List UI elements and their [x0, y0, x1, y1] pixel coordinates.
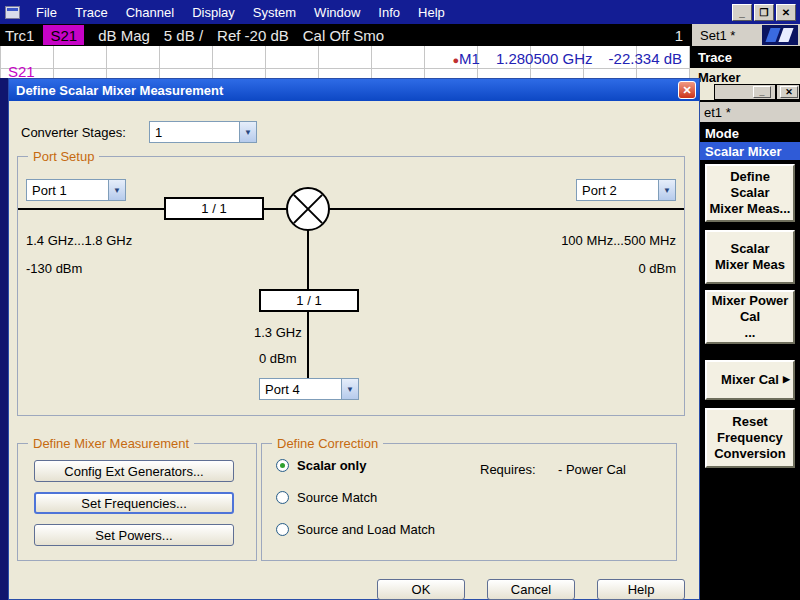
chevron-down-icon[interactable]: ▼	[108, 180, 125, 200]
trace-cal-state: Cal Off Smo	[303, 27, 384, 44]
channel-number: 1	[675, 27, 683, 44]
minimize-icon[interactable]: _	[732, 4, 752, 21]
close-icon[interactable]: ✕	[678, 81, 696, 99]
recall-set-label-partial: et1 *	[700, 102, 800, 122]
window-controls: _ ❐ ✕	[732, 4, 800, 21]
port1-select[interactable]: Port 1 ▼	[26, 179, 126, 201]
cancel-button[interactable]: Cancel	[487, 579, 575, 600]
measurement-badge[interactable]: S21	[43, 25, 84, 45]
sidebar-trace-header: Trace	[690, 46, 800, 68]
marker-name: ●M1	[452, 50, 480, 67]
submenu-arrow-icon: ▶	[783, 374, 790, 385]
radio-scalar-only[interactable]: Scalar only	[276, 458, 366, 473]
define-correction-legend: Define Correction	[272, 436, 383, 451]
define-correction-group: Define Correction Scalar only Source Mat…	[261, 443, 677, 561]
help-button[interactable]: Help	[597, 579, 685, 600]
close-icon[interactable]: ✕	[780, 86, 798, 98]
softkey-define-scalar-mixer-meas[interactable]: Define Scalar Mixer Meas...	[705, 164, 795, 222]
rf-frequency-range: 1.4 GHz...1.8 GHz	[26, 233, 132, 248]
radio-source-match-label[interactable]: Source Match	[297, 490, 377, 505]
restore-icon[interactable]: ❐	[754, 4, 774, 21]
if-power-level: 0 dBm	[638, 261, 676, 276]
menu-trace[interactable]: Trace	[66, 1, 117, 24]
define-scalar-mixer-dialog: Define Scalar Mixer Measurement ✕ Conver…	[8, 78, 700, 600]
rf-ratio-box: 1 / 1	[164, 197, 264, 220]
marker-level: -22.334 dB	[609, 50, 682, 67]
softkey-reset-frequency-conversion[interactable]: Reset Frequency Conversion	[705, 408, 795, 468]
port-setup-legend: Port Setup	[28, 149, 99, 164]
menu-file[interactable]: File	[27, 1, 66, 24]
rf-power-level: -130 dBm	[26, 261, 82, 276]
port1-value: Port 1	[27, 180, 108, 200]
softkey-mixer-cal[interactable]: Mixer Cal ▶	[705, 360, 795, 400]
grid-line	[0, 68, 690, 69]
set-powers-button[interactable]: Set Powers...	[34, 524, 234, 546]
app-icon[interactable]	[5, 6, 20, 19]
ok-button[interactable]: OK	[377, 579, 465, 600]
menu-help[interactable]: Help	[409, 1, 454, 24]
define-mixer-measurement-group: Define Mixer Measurement Config Ext Gene…	[17, 443, 257, 561]
radio-source-and-load-match[interactable]: Source and Load Match	[276, 522, 435, 537]
divider	[775, 84, 777, 100]
minimize-icon[interactable]: _	[753, 86, 771, 98]
trace-info-bar: Trc1 S21 dB Mag 5 dB / Ref -20 dB Cal Of…	[0, 24, 690, 46]
lo-ratio-box: 1 / 1	[259, 289, 359, 312]
converter-stages-value: 1	[150, 122, 239, 142]
softkey-scalar-mixer-meas[interactable]: Scalar Mixer Meas	[705, 230, 795, 284]
radio-source-match[interactable]: Source Match	[276, 490, 377, 505]
mixer-symbol	[286, 187, 330, 231]
lo-power-level: 0 dBm	[259, 351, 297, 366]
subwindow-controls: _ ✕	[714, 84, 800, 100]
softkey-mixer-cal-label: Mixer Cal	[721, 372, 779, 388]
chevron-down-icon[interactable]: ▼	[341, 379, 358, 399]
close-icon[interactable]: ✕	[776, 4, 796, 21]
if-frequency-range: 100 MHz...500 MHz	[561, 233, 676, 248]
menu-bar: File Trace Channel Display System Window…	[0, 0, 800, 24]
define-mixer-legend: Define Mixer Measurement	[28, 436, 194, 451]
converter-stages-label: Converter Stages:	[21, 125, 126, 140]
port4-select[interactable]: Port 4 ▼	[259, 378, 359, 400]
rs-logo	[762, 25, 798, 45]
port2-select[interactable]: Port 2 ▼	[576, 179, 676, 201]
trace-name[interactable]: Trc1	[5, 27, 34, 44]
sidebar-mode-header: Mode	[700, 124, 800, 142]
dialog-body: Converter Stages: 1 ▼ Port Setup Port 1 …	[9, 101, 699, 599]
converter-stages-select[interactable]: 1 ▼	[149, 121, 257, 143]
config-ext-generators-button[interactable]: Config Ext Generators...	[34, 460, 234, 482]
marker-readout: ●M1 1.280500 GHz -22.334 dB	[452, 50, 682, 67]
trace-format[interactable]: dB Mag	[98, 27, 150, 44]
diagram-grid: ●M1 1.280500 GHz -22.334 dB S21	[0, 46, 690, 78]
marker-frequency: 1.280500 GHz	[496, 50, 593, 67]
menu-display[interactable]: Display	[183, 1, 244, 24]
trace-reference[interactable]: Ref -20 dB	[217, 27, 289, 44]
port4-value: Port 4	[260, 379, 341, 399]
active-mode-scalar-mixer[interactable]: Scalar Mixer	[700, 142, 800, 160]
menu-system[interactable]: System	[244, 1, 305, 24]
chevron-down-icon[interactable]: ▼	[239, 122, 256, 142]
grid-trace-label: S21	[8, 63, 35, 78]
dialog-title-bar[interactable]: Define Scalar Mixer Measurement ✕	[9, 79, 699, 101]
trace-scale[interactable]: 5 dB /	[164, 27, 203, 44]
lo-frequency: 1.3 GHz	[254, 325, 302, 340]
requires-label: Requires:	[480, 462, 536, 477]
menu-channel[interactable]: Channel	[117, 1, 183, 24]
set-frequencies-button[interactable]: Set Frequencies...	[34, 492, 234, 514]
rf-signal-line	[18, 208, 684, 210]
menu-info[interactable]: Info	[369, 1, 409, 24]
radio-unselected-icon[interactable]	[276, 523, 289, 536]
requires-value: - Power Cal	[558, 462, 626, 477]
radio-scalar-only-label[interactable]: Scalar only	[297, 458, 366, 473]
softkey-sidebar: Set1 * Trace Marker _ ✕ et1 * Mode Scala…	[690, 24, 800, 600]
softkey-mixer-power-cal[interactable]: Mixer Power Cal ...	[705, 290, 795, 344]
menu-window[interactable]: Window	[305, 1, 369, 24]
chevron-down-icon[interactable]: ▼	[658, 180, 675, 200]
port-setup-group: Port Setup Port 1 ▼ Port 2 ▼ 1 / 1 1 / 1…	[17, 156, 685, 416]
radio-source-and-load-match-label[interactable]: Source and Load Match	[297, 522, 435, 537]
softkey-column: Define Scalar Mixer Meas... Scalar Mixer…	[705, 164, 795, 468]
port2-value: Port 2	[577, 180, 658, 200]
recall-set-label: Set1 *	[690, 24, 800, 46]
dialog-title: Define Scalar Mixer Measurement	[16, 83, 223, 98]
radio-selected-icon[interactable]	[276, 459, 289, 472]
radio-unselected-icon[interactable]	[276, 491, 289, 504]
